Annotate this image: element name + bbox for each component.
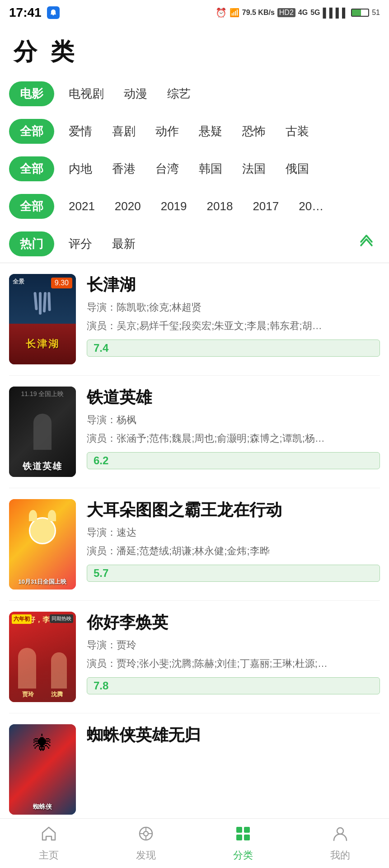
movie-item: 长津湖 9.30 全景 长津湖 导演：陈凯歌;徐克;林超贤 演员：吴京;易 [9, 263, 380, 376]
filter-item-russia[interactable]: 俄国 [276, 156, 319, 181]
home-icon [40, 825, 58, 847]
svg-rect-6 [236, 827, 242, 833]
filter-item-thriller[interactable]: 悬疑 [189, 119, 232, 144]
svg-rect-9 [244, 835, 250, 840]
movie-score-2: 6.2 [87, 452, 380, 469]
svg-point-10 [337, 828, 343, 834]
battery-indicator [351, 9, 369, 17]
filter-item-hk[interactable]: 香港 [102, 156, 145, 181]
movie-info-2: 铁道英雄 导演：杨枫 演员：张涵予;范伟;魏晨;周也;俞灏明;森博之;谭凯;杨…… [87, 387, 380, 469]
movie-title-5: 蜘蛛侠英雄无归 [87, 724, 380, 746]
profile-icon [331, 825, 349, 847]
filter-active-sort[interactable]: 热门 [9, 231, 54, 256]
nav-item-mine[interactable]: 我的 [292, 825, 389, 862]
movie-item: 贾玲 沈腾 你好，李焕英 六年初 同期热映 你好李焕英 导演：贾玲 演员：贾玲;… [9, 601, 380, 713]
movie-title-1: 长津湖 [87, 274, 380, 296]
svg-rect-7 [244, 827, 250, 833]
sort-left: 热门 评分 最新 [9, 231, 145, 256]
movie-actors-1: 演员：吴京;易烊千玺;段奕宏;朱亚文;李晨;韩东君;胡… [87, 318, 380, 333]
filter-item-costume[interactable]: 古装 [276, 119, 319, 144]
filter-items-genre: 爱情 喜剧 动作 悬疑 恐怖 古装 [59, 119, 319, 144]
movie-item: 11.19 全国上映 铁道英雄 铁道英雄 导演：杨枫 演员：张涵予;范伟;魏晨;… [9, 376, 380, 488]
status-icons: ⏰ 📶 79.5 KB/s HD2 4G 5G ▌▌▌▌ 51 [216, 7, 380, 18]
filter-active-region[interactable]: 全部 [9, 156, 54, 181]
nav-item-discover[interactable]: 发现 [97, 825, 194, 862]
movie-actors-2: 演员：张涵予;范伟;魏晨;周也;俞灏明;森博之;谭凯;杨… [87, 431, 380, 446]
movie-score-1: 7.4 [87, 340, 380, 357]
nav-label-mine: 我的 [330, 849, 350, 862]
movie-info-1: 长津湖 导演：陈凯歌;徐克;林超贤 演员：吴京;易烊千玺;段奕宏;朱亚文;李晨;… [87, 274, 380, 357]
discover-icon [137, 825, 155, 847]
filter-item-anime[interactable]: 动漫 [114, 81, 157, 106]
filter-row-sort: 热门 评分 最新 [9, 225, 380, 263]
filter-item-2020[interactable]: 2020 [105, 195, 151, 218]
filter-item-comedy[interactable]: 喜剧 [102, 119, 145, 144]
filter-item-romance[interactable]: 爱情 [59, 119, 102, 144]
filter-item-korea[interactable]: 韩国 [189, 156, 232, 181]
filter-row-region: 全部 内地 香港 台湾 韩国 法国 俄国 [9, 150, 380, 188]
filter-items-sort: 评分 最新 [59, 231, 145, 256]
filter-row-year: 全部 2021 2020 2019 2018 2017 20… [9, 188, 380, 225]
movie-poster-4[interactable]: 贾玲 沈腾 你好，李焕英 六年初 同期热映 [9, 612, 76, 702]
nav-label-home: 主页 [39, 849, 59, 862]
movie-title-4: 你好李焕英 [87, 612, 380, 634]
movie-title-3: 大耳朵图图之霸王龙在行动 [87, 499, 380, 521]
filter-active-genre[interactable]: 全部 [9, 119, 54, 144]
filter-section: 电影 电视剧 动漫 综艺 全部 爱情 喜剧 动作 悬疑 恐怖 古装 全部 内地 [0, 75, 389, 263]
signal-bars: ▌▌▌▌ [323, 8, 349, 18]
status-time: 17:41 [9, 5, 42, 20]
collapse-filter-button[interactable] [357, 233, 375, 255]
movie-poster-3[interactable]: 10月31日全国上映 [9, 499, 76, 590]
filter-item-tv[interactable]: 电视剧 [59, 81, 114, 106]
alarm-icon: ⏰ [216, 7, 227, 18]
movie-list: 长津湖 9.30 全景 长津湖 导演：陈凯歌;徐克;林超贤 演员：吴京;易 [0, 263, 389, 826]
movie-poster-5[interactable]: 🕷 蜘蛛侠 [9, 724, 76, 815]
movie-info-5: 蜘蛛侠英雄无归 [87, 724, 380, 746]
filter-item-france[interactable]: 法国 [232, 156, 276, 181]
signal-icon: 📶 [230, 8, 239, 18]
filter-active-year[interactable]: 全部 [9, 194, 54, 219]
movie-actors-3: 演员：潘延;范楚绒;胡谦;林永健;金炜;李晔 [87, 543, 380, 558]
filter-item-2021[interactable]: 2021 [59, 195, 105, 218]
4g-badge: 4G [298, 9, 308, 17]
filter-item-mainland[interactable]: 内地 [59, 156, 102, 181]
filter-item-newest[interactable]: 最新 [102, 231, 145, 256]
filter-active-type[interactable]: 电影 [9, 81, 54, 106]
hd2-badge: HD2 [277, 8, 295, 17]
movie-director-1: 导演：陈凯歌;徐克;林超贤 [87, 300, 380, 315]
filter-item-action[interactable]: 动作 [145, 119, 189, 144]
notification-icon [47, 6, 60, 19]
movie-item: 10月31日全国上映 大耳朵图图之霸王龙在行动 导演：速达 演员：潘延;范楚绒;… [9, 488, 380, 601]
5g-badge: 5G [310, 9, 320, 17]
svg-rect-8 [236, 835, 242, 840]
nav-label-discover: 发现 [136, 849, 156, 862]
filter-item-2018[interactable]: 2018 [197, 195, 243, 218]
filter-items-region: 内地 香港 台湾 韩国 法国 俄国 [59, 156, 319, 181]
movie-director-4: 导演：贾玲 [87, 637, 380, 652]
movie-score-3: 5.7 [87, 565, 380, 582]
nav-item-home[interactable]: 主页 [0, 825, 97, 862]
filter-item-2017[interactable]: 2017 [243, 195, 289, 218]
filter-item-taiwan[interactable]: 台湾 [145, 156, 189, 181]
movie-director-3: 导演：速达 [87, 525, 380, 540]
battery-percent: 51 [372, 9, 380, 17]
filter-item-year-more[interactable]: 20… [289, 195, 333, 218]
filter-item-horror[interactable]: 恐怖 [232, 119, 276, 144]
page-title: 分 类 [0, 25, 389, 75]
status-bar: 17:41 ⏰ 📶 79.5 KB/s HD2 4G 5G ▌▌▌▌ 51 [0, 0, 389, 25]
movie-poster-1[interactable]: 长津湖 9.30 全景 [9, 274, 76, 364]
filter-item-rating[interactable]: 评分 [59, 231, 102, 256]
network-speed: 79.5 KB/s [242, 9, 275, 17]
filter-items-year: 2021 2020 2019 2018 2017 20… [59, 195, 333, 218]
nav-item-category[interactable]: 分类 [195, 825, 292, 862]
movie-poster-2[interactable]: 11.19 全国上映 铁道英雄 [9, 387, 76, 477]
filter-row-genre: 全部 爱情 喜剧 动作 悬疑 恐怖 古装 [9, 113, 380, 150]
filter-item-2019[interactable]: 2019 [151, 195, 197, 218]
filter-item-variety[interactable]: 综艺 [157, 81, 201, 106]
filter-items-type: 电视剧 动漫 综艺 [59, 81, 201, 106]
filter-row-type: 电影 电视剧 动漫 综艺 [9, 75, 380, 113]
movie-info-3: 大耳朵图图之霸王龙在行动 导演：速达 演员：潘延;范楚绒;胡谦;林永健;金炜;李… [87, 499, 380, 582]
movie-title-2: 铁道英雄 [87, 387, 380, 409]
movie-item: 🕷 蜘蛛侠 蜘蛛侠英雄无归 [9, 713, 380, 826]
bottom-nav: 主页 发现 分类 [0, 818, 389, 868]
